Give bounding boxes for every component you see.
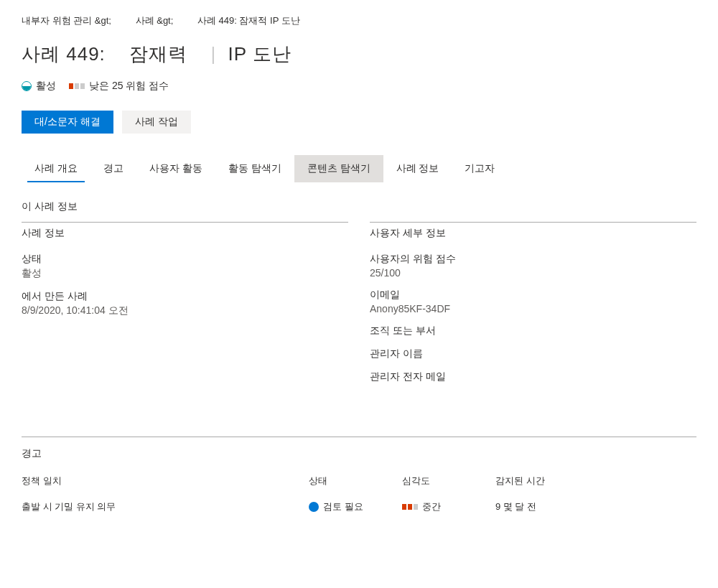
alerts-header-row: 정책 일치 상태 심각도 감지된 시간 bbox=[22, 475, 696, 487]
tab-case-info[interactable]: 사례 정보 bbox=[383, 155, 452, 182]
risk-score-label: 사용자의 위험 점수 bbox=[370, 253, 696, 266]
cell-detected: 9 몇 달 전 bbox=[495, 500, 696, 513]
header-detected-time[interactable]: 감지된 시간 bbox=[495, 475, 696, 487]
alerts-section: 경고 정책 일치 상태 심각도 감지된 시간 출발 시 기밀 유지 의무 검토 … bbox=[22, 437, 696, 513]
breadcrumb-item-cases[interactable]: 사례 &gt; bbox=[136, 14, 174, 27]
user-details-title: 사용자 세부 정보 bbox=[370, 222, 696, 244]
alerts-table: 정책 일치 상태 심각도 감지된 시간 출발 시 기밀 유지 의무 검토 필요 … bbox=[22, 475, 696, 513]
alert-row[interactable]: 출발 시 기밀 유지 의무 검토 필요 중간 9 몇 달 전 bbox=[22, 500, 696, 513]
title-ip-theft: IP 도난 bbox=[228, 43, 291, 65]
field-created: 에서 만든 사례 8/9/2020, 10:41:04 오전 bbox=[22, 290, 348, 317]
cell-policy: 출발 시 기밀 유지 의무 bbox=[22, 500, 309, 513]
cell-severity-text: 중간 bbox=[422, 500, 441, 513]
field-status: 상태 활성 bbox=[22, 253, 348, 280]
about-case-header: 이 사례 정보 bbox=[22, 200, 696, 213]
risk-score-value: 25/100 bbox=[370, 267, 696, 279]
cell-status: 검토 필요 bbox=[309, 500, 402, 513]
case-info-title: 사례 정보 bbox=[22, 222, 348, 244]
manager-email-label: 관리자 전자 메일 bbox=[370, 370, 696, 383]
user-details-column: 사용자 세부 정보 사용자의 위험 점수 25/100 이메일 Anony85K… bbox=[370, 222, 696, 393]
status-label: 활성 bbox=[36, 80, 56, 93]
action-buttons: 대/소문자 해결 사례 작업 bbox=[22, 111, 696, 134]
tab-contributors[interactable]: 기고자 bbox=[452, 155, 508, 182]
status-row: 활성 낮은 25 위험 점수 bbox=[22, 80, 696, 93]
created-field-value: 8/9/2020, 10:41:04 오전 bbox=[22, 304, 348, 317]
title-case-number: 사례 449: bbox=[22, 43, 106, 65]
status-circle-icon bbox=[309, 502, 319, 512]
resolve-case-button[interactable]: 대/소문자 해결 bbox=[22, 111, 113, 134]
created-field-label: 에서 만든 사례 bbox=[22, 290, 348, 303]
manager-name-label: 관리자 이름 bbox=[370, 347, 696, 360]
field-email: 이메일 Anony85KF-34DF bbox=[370, 289, 696, 314]
tab-alerts[interactable]: 경고 bbox=[90, 155, 136, 182]
field-manager-email: 관리자 전자 메일 bbox=[370, 370, 696, 383]
field-manager-name: 관리자 이름 bbox=[370, 347, 696, 360]
email-label: 이메일 bbox=[370, 289, 696, 302]
info-columns: 사례 정보 상태 활성 에서 만든 사례 8/9/2020, 10:41:04 … bbox=[22, 222, 696, 393]
breadcrumb-item-current: 사례 449: 잠재적 IP 도난 bbox=[197, 14, 300, 27]
status-badge-active: 활성 bbox=[22, 80, 56, 93]
cell-status-text: 검토 필요 bbox=[323, 500, 363, 513]
alerts-title: 경고 bbox=[22, 447, 696, 460]
status-indicator-icon bbox=[22, 81, 32, 91]
header-status[interactable]: 상태 bbox=[309, 475, 402, 487]
case-actions-button[interactable]: 사례 작업 bbox=[122, 111, 191, 134]
status-field-value: 활성 bbox=[22, 267, 348, 280]
field-risk-score: 사용자의 위험 점수 25/100 bbox=[370, 253, 696, 279]
tab-content-explorer[interactable]: 콘텐츠 탐색기 bbox=[294, 155, 383, 182]
risk-score-text: 낮은 25 위험 점수 bbox=[89, 80, 169, 93]
tab-activity-explorer[interactable]: 활동 탐색기 bbox=[215, 155, 294, 182]
breadcrumb: 내부자 위험 관리 &gt; 사례 &gt; 사례 449: 잠재적 IP 도난 bbox=[22, 14, 696, 27]
status-field-label: 상태 bbox=[22, 253, 348, 266]
page-title: 사례 449: 잠재력 | IP 도난 bbox=[22, 42, 696, 67]
severity-bars-icon bbox=[402, 504, 418, 510]
tab-case-overview[interactable]: 사례 개요 bbox=[22, 155, 90, 182]
title-potential: 잠재력 bbox=[129, 43, 187, 65]
cell-severity: 중간 bbox=[402, 500, 495, 513]
title-divider: | bbox=[210, 43, 216, 65]
breadcrumb-item-root[interactable]: 내부자 위험 관리 &gt; bbox=[22, 14, 111, 27]
field-org: 조직 또는 부서 bbox=[370, 325, 696, 337]
case-info-column: 사례 정보 상태 활성 에서 만든 사례 8/9/2020, 10:41:04 … bbox=[22, 222, 348, 393]
tab-user-activity[interactable]: 사용자 활동 bbox=[136, 155, 215, 182]
tabs: 사례 개요 경고 사용자 활동 활동 탐색기 콘텐츠 탐색기 사례 정보 기고자 bbox=[22, 155, 696, 182]
header-policy-match[interactable]: 정책 일치 bbox=[22, 475, 309, 487]
risk-score-badge: 낮은 25 위험 점수 bbox=[69, 80, 169, 93]
org-label: 조직 또는 부서 bbox=[370, 325, 696, 337]
severity-bars-icon bbox=[69, 83, 85, 89]
header-severity[interactable]: 심각도 bbox=[402, 475, 495, 487]
email-value: Anony85KF-34DF bbox=[370, 303, 696, 314]
